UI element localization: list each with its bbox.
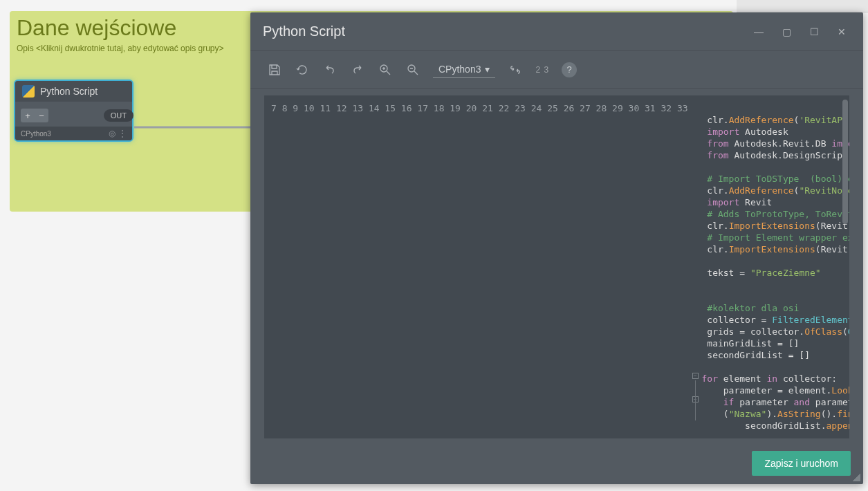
zoom-out-icon[interactable] (405, 62, 421, 77)
vertical-scrollbar[interactable] (842, 100, 848, 224)
python-node[interactable]: Python Script + − OUT CPython3 ◎ ⋮ (14, 80, 133, 142)
engine-label: CPython3 (438, 64, 481, 75)
editor-footer: Zapisz i uruchom (250, 445, 863, 484)
window-title: Python Script (263, 24, 345, 39)
editor-toolbar: CPython3 ▾ 2 3 ? (250, 51, 863, 89)
python-editor-window: Python Script — ▢ ☐ ✕ CPython3 ▾ (250, 12, 863, 484)
minimize-button[interactable]: — (750, 23, 768, 41)
engine-dropdown[interactable]: CPython3 ▾ (433, 61, 495, 78)
node-body: + − OUT (15, 102, 132, 127)
help-button[interactable]: ? (562, 62, 577, 77)
node-header[interactable]: Python Script (15, 81, 132, 102)
restore-button[interactable]: ▢ (777, 23, 795, 41)
resize-grip[interactable] (852, 473, 860, 481)
python-icon (22, 85, 35, 98)
code-content[interactable]: − − clr.AddReference('RevitAPI') import … (692, 95, 849, 438)
fold-handle[interactable]: − (692, 373, 699, 379)
zoom-in-icon[interactable] (378, 62, 393, 77)
node-title: Python Script (40, 86, 98, 97)
chevron-down-icon: ▾ (485, 64, 490, 75)
node-port-buttons: + − (21, 109, 48, 122)
window-controls: — ▢ ☐ ✕ (750, 23, 851, 41)
save-icon[interactable] (267, 62, 282, 77)
partial-panel (737, 0, 868, 12)
convert-icon[interactable] (508, 62, 523, 77)
preview-toggle-icon[interactable]: ◎ (109, 129, 116, 138)
save-and-run-button[interactable]: Zapisz i uruchom (752, 451, 851, 476)
maximize-button[interactable]: ☐ (805, 23, 823, 41)
node-menu-icon[interactable]: ⋮ (118, 129, 127, 138)
titlebar[interactable]: Python Script — ▢ ☐ ✕ (250, 12, 863, 51)
node-engine-label: CPython3 (21, 130, 51, 138)
code-editor[interactable]: 7 8 9 10 11 12 13 14 15 16 17 18 19 20 2… (264, 95, 849, 438)
line-gutter: 7 8 9 10 11 12 13 14 15 16 17 18 19 20 2… (264, 95, 692, 438)
remove-input-button[interactable]: − (35, 109, 48, 122)
revert-icon[interactable] (295, 62, 310, 77)
connection-wire (134, 126, 259, 129)
undo-icon[interactable] (322, 62, 338, 77)
node-footer: CPython3 ◎ ⋮ (15, 127, 132, 140)
add-input-button[interactable]: + (21, 109, 35, 122)
out-port[interactable]: OUT (104, 109, 133, 122)
close-button[interactable]: ✕ (833, 23, 851, 41)
redo-icon[interactable] (350, 62, 365, 77)
line-column-indicator: 2 3 (535, 65, 549, 75)
